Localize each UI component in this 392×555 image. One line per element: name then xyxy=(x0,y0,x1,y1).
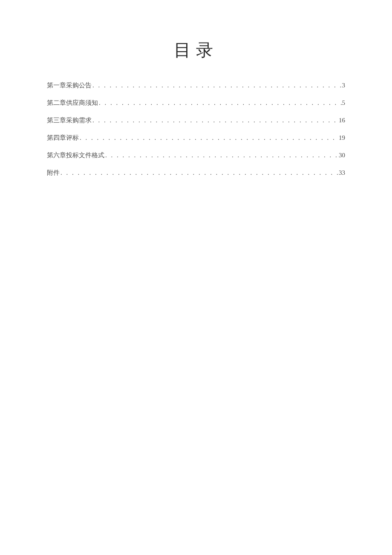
toc-label: 第三章采购需求 xyxy=(47,116,92,124)
table-of-contents: 第一章采购公告 3 第二章供应商须知 5 第三章采购需求 16 第四章评标 19… xyxy=(47,81,345,177)
toc-label: 第六章投标文件格式 xyxy=(47,151,104,159)
toc-leader-dots xyxy=(60,169,339,176)
toc-leader-dots xyxy=(98,99,342,107)
toc-page-number: 16 xyxy=(339,117,345,124)
toc-leader-dots xyxy=(104,152,339,159)
toc-page-number: 19 xyxy=(339,134,345,142)
toc-label: 附件 xyxy=(47,169,60,177)
toc-entry: 第二章供应商须知 5 xyxy=(47,99,345,107)
page-title: 目录 xyxy=(47,38,345,62)
toc-entry: 第四章评标 19 xyxy=(47,134,345,142)
document-page: 目录 第一章采购公告 3 第二章供应商须知 5 第三章采购需求 16 第四章评标… xyxy=(0,0,392,177)
toc-label: 第四章评标 xyxy=(47,134,79,142)
toc-entry: 第三章采购需求 16 xyxy=(47,116,345,124)
toc-entry: 第六章投标文件格式 30 xyxy=(47,151,345,159)
toc-leader-dots xyxy=(92,117,339,124)
toc-label: 第一章采购公告 xyxy=(47,81,92,90)
toc-entry: 第一章采购公告 3 xyxy=(47,81,345,90)
toc-label: 第二章供应商须知 xyxy=(47,99,98,107)
toc-page-number: 3 xyxy=(342,82,346,89)
toc-leader-dots xyxy=(79,134,339,142)
toc-leader-dots xyxy=(92,82,342,89)
toc-page-number: 33 xyxy=(339,169,345,176)
toc-page-number: 30 xyxy=(339,152,345,159)
toc-entry: 附件 33 xyxy=(47,169,345,177)
toc-page-number: 5 xyxy=(342,99,346,107)
